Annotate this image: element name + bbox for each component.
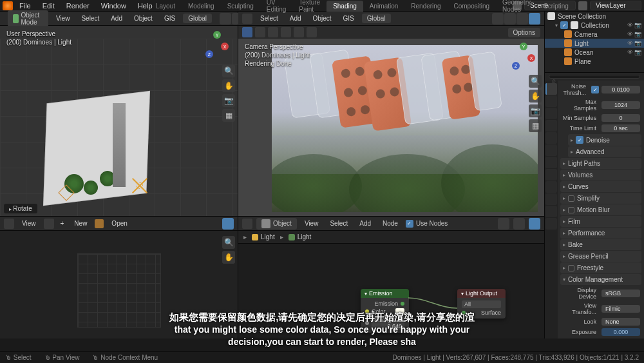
hdr-select[interactable]: Select: [77, 14, 103, 23]
tab-shading[interactable]: Shading: [327, 1, 363, 12]
image-icon[interactable]: [44, 219, 54, 229]
noise-thresh-toggle[interactable]: ✓: [591, 86, 599, 93]
sec-btn[interactable]: [294, 27, 304, 37]
blender-logo-icon[interactable]: [3, 1, 13, 10]
input-socket[interactable]: [365, 309, 369, 313]
gizmo-z-axis[interactable]: Z: [512, 62, 520, 70]
prop-tab-material[interactable]: [545, 218, 557, 230]
menu-file[interactable]: File: [14, 1, 36, 11]
menu-window[interactable]: Window: [96, 1, 131, 11]
target-dropdown[interactable]: All: [462, 300, 501, 308]
sec-btn[interactable]: [307, 27, 317, 37]
properties-search-input[interactable]: ⌕: [549, 75, 640, 79]
film-section[interactable]: ▸Film: [560, 216, 641, 227]
gizmo-y-axis[interactable]: Y: [520, 43, 527, 50]
restrict-icon[interactable]: 👁: [627, 22, 633, 28]
gizmo-y-axis[interactable]: Y: [213, 31, 221, 39]
color-mgmt-section[interactable]: ▾Color Management: [560, 274, 641, 285]
outliner-item-plane[interactable]: Plane: [545, 57, 644, 66]
outliner-item-camera[interactable]: Camera 👁📷: [545, 30, 644, 39]
shading-wireframe[interactable]: [220, 13, 231, 25]
restrict-icon[interactable]: 📷: [634, 31, 641, 37]
orientation-dropdown-r[interactable]: Global: [362, 14, 391, 23]
outliner-item-light[interactable]: Light 👁📷: [545, 39, 644, 48]
sec-btn[interactable]: [255, 27, 265, 37]
hdr-select-r[interactable]: Select: [256, 14, 282, 23]
node-canvas[interactable]: ▾ Emission Emission Color: [238, 244, 544, 338]
node-opt[interactable]: [498, 218, 509, 230]
prop-tab-data[interactable]: [545, 206, 557, 217]
prop-tab-world[interactable]: [545, 132, 557, 144]
hdr-add-r[interactable]: Add: [286, 14, 305, 23]
bake-section[interactable]: ▸Bake: [560, 239, 641, 250]
gizmo-x-axis[interactable]: X: [527, 54, 535, 62]
sec-btn[interactable]: [281, 27, 291, 37]
sec-btn[interactable]: [268, 27, 278, 37]
zoom-icon[interactable]: 🔍: [222, 64, 235, 77]
prop-tab-modifier[interactable]: [545, 157, 557, 168]
image-canvas[interactable]: 🔍 ✋: [0, 231, 238, 338]
hdr-object-r[interactable]: Object: [309, 14, 336, 23]
tab-layout[interactable]: Layout: [149, 1, 182, 12]
node-add[interactable]: Add: [355, 219, 375, 228]
camera-icon[interactable]: 📷: [222, 94, 235, 107]
hdr-gis-r[interactable]: GIS: [339, 14, 358, 23]
tab-geonodes[interactable]: Geometry Nodes: [496, 0, 537, 15]
outliner-scene-collection[interactable]: Scene Collection: [545, 12, 644, 21]
exposure-value[interactable]: 0.000: [601, 328, 640, 336]
pan-icon[interactable]: ✋: [222, 79, 235, 92]
menu-edit[interactable]: Edit: [37, 1, 60, 11]
tab-uv[interactable]: UV Editing: [260, 0, 293, 15]
tab-compositing[interactable]: Compositing: [447, 1, 496, 12]
restrict-icon[interactable]: 📷: [634, 49, 641, 55]
curves-section[interactable]: ▸Curves: [560, 181, 641, 192]
hdr-view[interactable]: View: [52, 14, 74, 23]
freestyle-section[interactable]: ▸Freestyle: [560, 262, 641, 273]
tab-sculpting[interactable]: Sculpting: [221, 1, 260, 12]
nav-gizmo[interactable]: X Y Z: [508, 43, 535, 70]
view-transform-dropdown[interactable]: Filmic: [601, 305, 640, 313]
grease-pencil-section[interactable]: ▸Grease Pencil: [560, 251, 641, 262]
advanced-section[interactable]: ▸Advanced: [568, 146, 641, 157]
gizmo-z-axis[interactable]: Z: [205, 50, 213, 58]
checkbox-unchecked-icon[interactable]: [568, 265, 574, 271]
hdr-gis[interactable]: GIS: [160, 14, 179, 23]
node-opt[interactable]: [513, 218, 525, 230]
prop-tab-particles[interactable]: [545, 169, 557, 181]
prop-tab-viewlayer[interactable]: [545, 108, 557, 119]
viewport-3d-right[interactable]: Options: [238, 26, 544, 216]
viewlayer-field[interactable]: ViewLayer: [590, 1, 641, 10]
restrict-icon[interactable]: 👁: [627, 31, 633, 37]
last-op-panel[interactable]: ▸ Rotate: [4, 204, 37, 213]
outliner-item-ocean[interactable]: Ocean 👁📷: [545, 48, 644, 57]
output-socket[interactable]: [401, 302, 404, 306]
img-view[interactable]: View: [18, 219, 40, 228]
perspective-icon[interactable]: ▦: [529, 119, 542, 132]
prop-tab-render[interactable]: [545, 83, 557, 95]
orientation-dropdown[interactable]: Global: [183, 14, 212, 23]
node-node[interactable]: Node: [379, 219, 402, 228]
img-display-mode[interactable]: [222, 218, 234, 230]
denoise-toggle[interactable]: ✓: [576, 136, 583, 144]
menu-render[interactable]: Render: [61, 1, 95, 11]
time-limit-value[interactable]: 0 sec: [601, 124, 640, 132]
img-open[interactable]: Open: [108, 219, 131, 228]
editor-type-icon[interactable]: [242, 14, 252, 24]
restrict-icon[interactable]: 👁: [627, 40, 633, 46]
hdr-add[interactable]: Add: [107, 14, 126, 23]
pan-icon[interactable]: ✋: [222, 251, 235, 264]
tab-scripting[interactable]: Scripting: [537, 1, 575, 12]
max-samples-value[interactable]: 1024: [601, 101, 640, 109]
hdr-object[interactable]: Object: [130, 14, 156, 23]
img-new[interactable]: New: [70, 219, 91, 228]
node-opt[interactable]: [529, 218, 540, 230]
display-device-dropdown[interactable]: sRGB: [601, 289, 640, 297]
prop-tab-object[interactable]: [545, 144, 557, 156]
denoise-section[interactable]: ▸ ✓ Denoise: [568, 134, 641, 146]
performance-section[interactable]: ▸Performance: [560, 228, 641, 239]
checkbox-unchecked-icon[interactable]: [568, 195, 574, 202]
pan-icon[interactable]: ✋: [529, 90, 542, 103]
restrict-icon[interactable]: 📷: [634, 22, 641, 28]
simplify-section[interactable]: ▸Simplify: [560, 193, 641, 204]
play-icon[interactable]: [242, 27, 252, 37]
